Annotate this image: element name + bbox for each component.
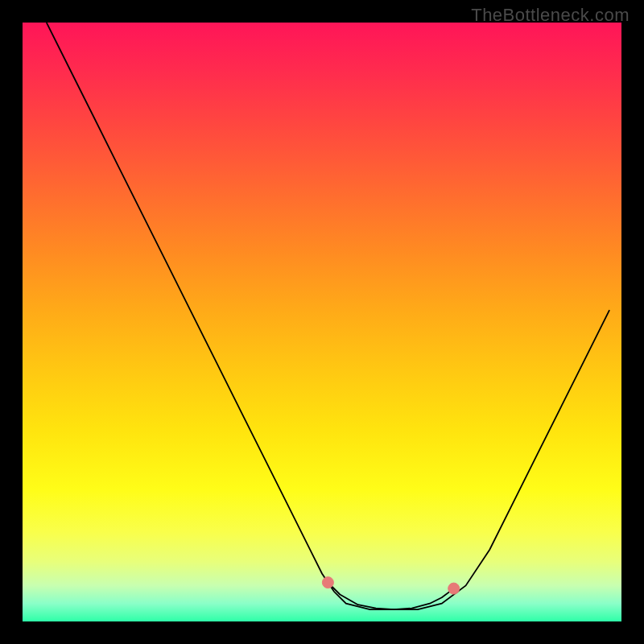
bottleneck-curve bbox=[47, 23, 609, 609]
curve-svg bbox=[23, 23, 621, 621]
svg-point-0 bbox=[322, 577, 333, 588]
plot-area bbox=[23, 23, 621, 621]
chart-container: TheBottleneck.com bbox=[0, 0, 644, 644]
watermark-text: TheBottleneck.com bbox=[471, 5, 630, 26]
svg-point-1 bbox=[448, 583, 460, 594]
